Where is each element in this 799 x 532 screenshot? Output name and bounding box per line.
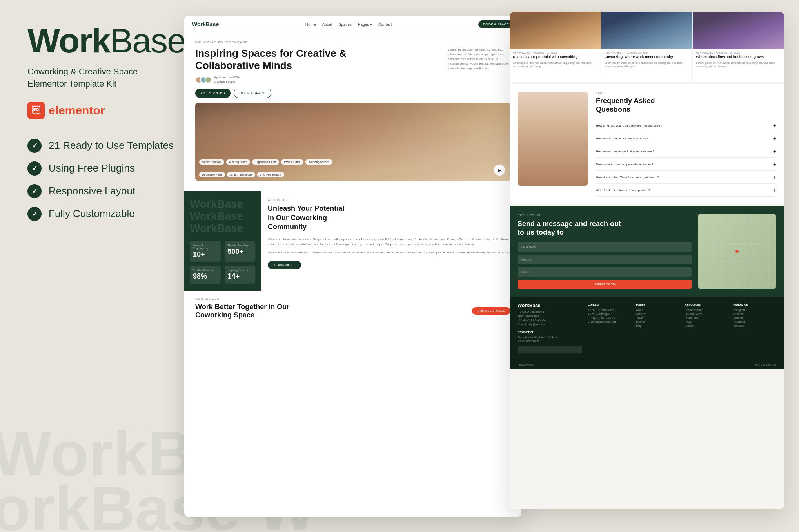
newsletter: Newsletter Subscribe to stay informed ab… <box>518 330 582 353</box>
footer-link-city: Aiken, Washington <box>588 313 631 315</box>
form-field-name[interactable]: LAST NAME <box>518 242 692 252</box>
footer-col-title-contact: Contact <box>588 303 631 306</box>
nav-logo: WorkBase <box>192 21 219 27</box>
nav-links: Home About Spaces Pages ▾ Contact <box>305 22 392 27</box>
about-text-2: Mauris tincidunt orci vitae tortor. Done… <box>268 250 514 255</box>
footer-link-email: E: workbase@mail.com <box>588 320 631 323</box>
browse-spaces-button[interactable]: BROWSE SPACES <box>472 307 510 315</box>
footer-link-contact[interactable]: Contact <box>685 324 728 327</box>
feature-text-3: Responsive Layout <box>49 185 135 197</box>
faq-image <box>518 92 588 186</box>
footer-link-events[interactable]: Events <box>636 320 679 323</box>
feature-text-1: 21 Ready to Use Templates <box>49 139 174 152</box>
nav-pages[interactable]: Pages ▾ <box>358 22 372 27</box>
hero-title: Inspiring Spaces for Creative & Collabor… <box>195 47 442 72</box>
footer-link-faqs[interactable]: FAQs <box>685 320 728 323</box>
footer-brand: WorkBase <box>518 303 582 308</box>
footer-link-blog[interactable]: Blog <box>636 324 679 327</box>
footer-brand-sub: A 1768 O'Connell AveAiken, WashingtonP: … <box>518 310 582 326</box>
form-label-email: EMAIL <box>521 271 530 273</box>
newsletter-input[interactable] <box>518 346 582 353</box>
footer-link-instagram[interactable]: Instagram <box>733 309 776 311</box>
brand-base: Base <box>110 21 185 60</box>
faq-title: Frequently AskedQuestions <box>596 97 776 114</box>
avatar-3 <box>205 76 212 83</box>
faq-question-1: How long has your company been establish… <box>596 124 662 127</box>
footer-link-team[interactable]: Team <box>636 317 679 319</box>
blog-card-title-3: Where ideas flow and businesses grows <box>693 55 784 61</box>
faq-section: FAQS Frequently AskedQuestions How long … <box>510 84 784 204</box>
nav-about[interactable]: About <box>322 22 332 27</box>
blog-card-title-2: Coworking, where work meet community <box>601 55 693 61</box>
get-started-button[interactable]: GET STARTED <box>195 89 231 98</box>
stat-years: Years of Empowering 10+ <box>190 241 221 262</box>
footer-col-title-social: Follow Us <box>733 303 776 306</box>
nav-contact[interactable]: Contact <box>378 22 392 27</box>
footer-link-docs[interactable]: Documentation <box>685 309 728 311</box>
stat-years-label: Years of Empowering <box>193 244 218 250</box>
blog-card-1: ASK PROJECT • AUGUST 15, 2024 Unleash yo… <box>510 12 601 82</box>
footer-terms-link[interactable]: Terms & Services <box>755 363 776 366</box>
footer-link-privacy[interactable]: Privacy Policy <box>685 313 728 315</box>
form-field-email[interactable]: EMAIL <box>518 267 692 277</box>
faq-question-2: How much does it cost for one office? <box>596 137 648 140</box>
footer-link-services[interactable]: Services <box>636 313 679 315</box>
blog-card-img-1 <box>510 12 601 49</box>
check-icon-3 <box>27 184 42 198</box>
nav-book-button[interactable]: BOOK A SPACE <box>478 20 514 28</box>
tag-office: Private Office <box>281 159 304 165</box>
hero-image-inner <box>195 103 510 181</box>
hero-image: Super Fast Wifi Meeting Room Ergonomic C… <box>195 103 510 181</box>
spaces-header: Work Better Together in Our Coworking Sp… <box>195 303 510 319</box>
faq-item-3[interactable]: How many people work at your company? + <box>596 145 776 158</box>
play-button[interactable] <box>494 165 505 176</box>
form-field-phone[interactable]: PHONE <box>518 255 692 264</box>
tag-chair: Ergonomic Chair <box>252 159 279 165</box>
stats-grid: Years of Empowering 10+ Thriving Members… <box>190 241 255 284</box>
faq-item-2[interactable]: How much does it cost for one office? + <box>596 132 776 145</box>
blog-card-meta-1: ASK PROJECT • AUGUST 15, 2024 <box>510 49 601 55</box>
tag-meeting: Meeting Room <box>226 159 251 165</box>
footer-link-dribbble[interactable]: Dribbble <box>733 317 776 319</box>
hero-buttons: GET STARTED BOOK A SPACE <box>195 89 442 98</box>
feature-text-2: Using Free Plugins <box>49 162 135 174</box>
faq-item-4[interactable]: Does your company open job vacancies? + <box>596 158 776 171</box>
submit-form-button[interactable]: SUBMIT FORM <box>518 280 692 289</box>
stat-members-label: Thriving Members <box>228 244 252 247</box>
faq-item-5[interactable]: How do I contact WorkBase for appointmen… <box>596 171 776 184</box>
welcome-label: WELCOME TO WORKBASE <box>195 40 510 44</box>
blog-card-meta-2: ASK PROJECT • AUGUST 15, 2024 <box>601 49 693 55</box>
contact-label: GET IN TOUCH <box>518 214 692 217</box>
mock-about: WorkBaseWorkBaseWorkBase Years of Empowe… <box>184 191 521 290</box>
form-label-name: LAST NAME <box>521 246 537 248</box>
map-inner <box>698 214 776 289</box>
footer-link-about[interactable]: About <box>636 309 679 311</box>
footer-brand-col: WorkBase A 1768 O'Connell AveAiken, Wash… <box>518 303 582 353</box>
nav-spaces[interactable]: Spaces <box>339 22 352 27</box>
footer-link-youtube[interactable]: YouTube <box>733 324 776 327</box>
faq-item-6[interactable]: What kind of contracts do you provide? + <box>596 184 776 197</box>
spaces-label: OUR SPACES <box>195 297 510 300</box>
footer-col-title-resources: Resources <box>685 303 728 306</box>
faq-plus-2: + <box>773 135 776 141</box>
nav-home[interactable]: Home <box>305 22 316 27</box>
stat-reviews-label: Positive Reviews <box>193 269 218 271</box>
blog-card-title-1: Unleash your potential with coworking <box>510 55 601 61</box>
contact-section: GET IN TOUCH Send a message and reach ou… <box>510 206 784 297</box>
faq-image-person <box>518 92 588 186</box>
footer-link-press[interactable]: Press Files <box>685 317 728 319</box>
book-space-button[interactable]: BOOK A SPACE <box>234 89 271 98</box>
mock-hero: WELCOME TO WORKBASE Inspiring Spaces for… <box>184 33 521 190</box>
blog-card-desc-1: Lorem ipsum dolor sit amet, consectetur … <box>510 61 601 69</box>
feature-text-4: Fully Customizable <box>49 208 135 220</box>
blog-card-desc-3: Lorem ipsum dolor sit amet, consectetur … <box>693 61 784 69</box>
footer-link-facebook[interactable]: Facebook <box>733 320 776 323</box>
stat-reviews-value: 98% <box>193 272 218 280</box>
hero-description: Lorem ipsum dolor sit amet, consectetur … <box>448 47 510 71</box>
learn-more-button[interactable]: LEARN MORE <box>268 261 301 269</box>
footer-col-title-pages: Pages <box>636 303 679 306</box>
faq-item-1[interactable]: How long has your company been establish… <box>596 119 776 132</box>
footer-privacy-link[interactable]: Privacy Policy <box>518 363 535 366</box>
footer-link-behance[interactable]: Behance <box>733 313 776 315</box>
stat-members: Thriving Members 500+ <box>225 241 256 262</box>
